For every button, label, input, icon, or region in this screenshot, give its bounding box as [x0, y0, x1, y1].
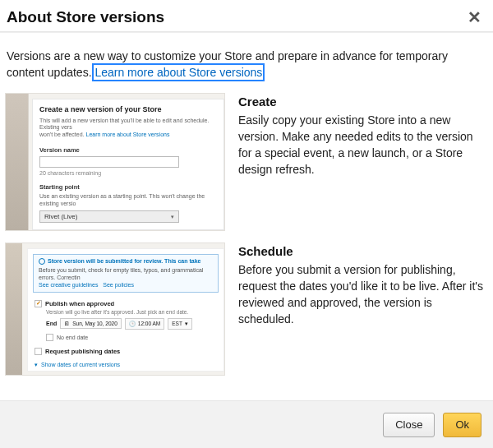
section-schedule-desc: Schedule Before you submit a version for…: [238, 242, 488, 376]
caret-down-icon: ▾: [35, 362, 38, 368]
checkbox-icon: ✓: [35, 300, 42, 307]
modal-footer: Close Ok: [0, 400, 493, 448]
intro-text: Versions are a new way to customize your…: [7, 48, 486, 81]
checkbox-icon: [35, 348, 42, 355]
modal-titlebar: About Store versions ✕: [0, 0, 493, 32]
learn-more-link[interactable]: Learn more about Store versions: [94, 66, 262, 79]
thumb-info-banner: Store version will be submitted for revi…: [33, 254, 219, 293]
thumb-starting-point-select: Rivet (Live) ▾: [39, 210, 179, 223]
section-create-desc: Create Easily copy your existing Store i…: [238, 93, 488, 231]
section-create-heading: Create: [238, 95, 488, 109]
thumb-end-tz: EST ▾: [168, 318, 192, 330]
thumb-version-name-group: Version name 20 characters remaining: [39, 146, 217, 176]
section-schedule: Store version will be submitted for revi…: [5, 242, 488, 376]
thumb-create-desc: This will add a new version that you'll …: [39, 118, 217, 139]
thumbnail-schedule: Store version will be submitted for revi…: [5, 242, 225, 376]
thumb-publish-label: Publish when approved: [45, 300, 114, 307]
thumb-end-date: 🗓 Sun, May 10, 2020: [60, 318, 122, 329]
checkbox-icon: [46, 334, 53, 341]
thumb-char-remaining: 20 characters remaining: [39, 170, 217, 176]
thumb-schedule-panel: Store version will be submitted for revi…: [27, 248, 224, 372]
thumbnail-create: Create a new version of your Store This …: [5, 93, 225, 231]
thumb-create-sidebar: [6, 94, 29, 230]
section-create-body: Easily copy your existing Store into a n…: [238, 112, 488, 178]
thumb-end-time: 🕒 12:00 AM: [125, 318, 164, 330]
thumb-disclosure: ▾ Show dates of current versions: [35, 362, 217, 368]
thumb-publish-block: ✓ Publish when approved Version will go …: [33, 298, 219, 371]
chevron-down-icon: ▾: [185, 321, 188, 327]
modal-title: About Store versions: [7, 8, 164, 26]
thumb-starting-point-group: Starting point Use an existing version a…: [39, 183, 217, 224]
thumb-end-row: End 🗓 Sun, May 10, 2020 🕒 12:00 AM EST: [46, 318, 217, 330]
ok-button[interactable]: Ok: [443, 413, 481, 437]
thumb-request-row: Request publishing dates: [35, 348, 217, 355]
thumb-starting-point-label: Starting point: [39, 183, 217, 191]
close-button[interactable]: Close: [383, 413, 435, 437]
thumb-info-title: Store version will be submitted for revi…: [48, 258, 200, 264]
thumb-end-label: End: [46, 321, 57, 326]
section-schedule-body: Before you submit a version for publishi…: [238, 261, 488, 328]
thumb-version-name-label: Version name: [39, 146, 217, 154]
section-schedule-heading: Schedule: [238, 244, 488, 258]
clock-icon: 🕒: [129, 321, 136, 327]
modal-body: Versions are a new way to customize your…: [0, 33, 493, 400]
about-store-versions-modal: About Store versions ✕ Versions are a ne…: [0, 0, 493, 448]
thumb-info-link2: See policies: [103, 282, 134, 288]
thumb-info-link1: See creative guidelines: [39, 282, 98, 288]
thumb-no-end-row: No end date: [46, 334, 217, 341]
section-create: Create a new version of your Store This …: [5, 93, 488, 231]
thumb-create-panel-title: Create a new version of your Store: [39, 105, 217, 113]
thumb-schedule-sidebar: [6, 243, 22, 375]
chevron-down-icon: ▾: [171, 214, 174, 220]
thumb-starting-point-desc: Use an existing version as a starting po…: [39, 193, 217, 208]
thumb-version-name-input: [39, 156, 179, 168]
close-icon[interactable]: ✕: [468, 9, 481, 25]
thumb-info-body: Before you submit, check for empty tiles…: [39, 267, 203, 280]
calendar-icon: 🗓: [64, 321, 70, 326]
clock-icon: [39, 258, 45, 265]
thumb-create-panel: Create a new version of your Store This …: [32, 99, 224, 230]
thumb-publish-help: Version will go live after it's approved…: [46, 309, 217, 315]
